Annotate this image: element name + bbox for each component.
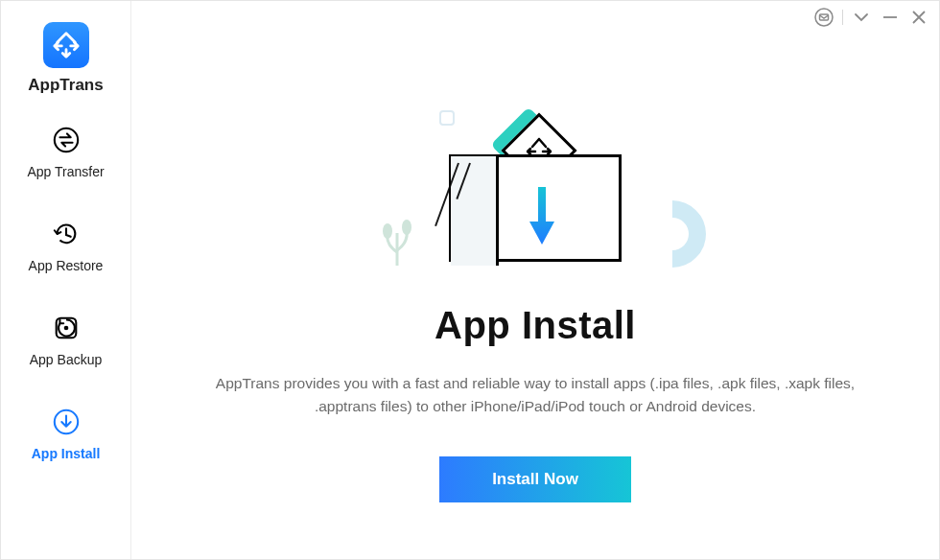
- svg-point-2: [63, 326, 68, 331]
- install-icon: [52, 408, 81, 436]
- svg-point-6: [383, 223, 392, 239]
- app-brand: AppTrans: [28, 76, 103, 95]
- down-arrow-icon: [528, 185, 556, 256]
- main-area: App Install AppTrans provides you with a…: [131, 1, 939, 559]
- install-now-button[interactable]: Install Now: [439, 456, 631, 502]
- install-illustration: [411, 114, 660, 277]
- sidebar-item-transfer[interactable]: App Transfer: [1, 126, 130, 179]
- sidebar-item-backup[interactable]: App Backup: [1, 314, 130, 367]
- sidebar-item-label: App Install: [32, 446, 101, 461]
- app-logo: [43, 22, 89, 68]
- sidebar: AppTrans App Transfer App Restore: [1, 1, 131, 559]
- sidebar-item-restore[interactable]: App Restore: [1, 220, 130, 273]
- transfer-icon: [52, 126, 81, 154]
- sidebar-item-label: App Restore: [29, 258, 104, 273]
- sidebar-item-install[interactable]: App Install: [1, 408, 130, 461]
- page-description: AppTrans provides you with a fast and re…: [200, 372, 871, 418]
- sidebar-item-label: App Backup: [30, 352, 103, 367]
- svg-point-7: [402, 220, 411, 235]
- main-content: App Install AppTrans provides you with a…: [131, 1, 939, 559]
- restore-icon: [52, 220, 81, 248]
- backup-icon: [52, 314, 81, 342]
- page-title: App Install: [435, 304, 636, 347]
- sidebar-item-label: App Transfer: [27, 164, 104, 179]
- svg-point-0: [54, 128, 77, 152]
